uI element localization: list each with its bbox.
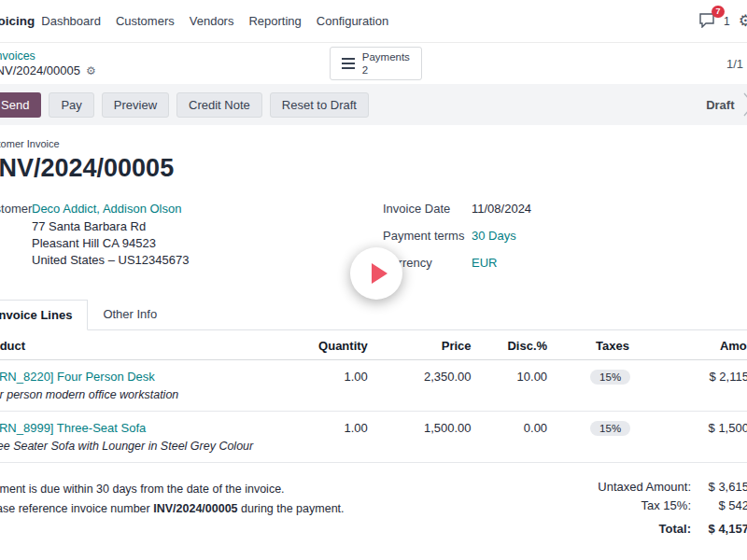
nav-item-vendors[interactable]: Vendors: [190, 14, 234, 28]
payment-terms-note: Payment is due within 30 days from the d…: [0, 480, 523, 540]
invoice-date-field: Invoice Date 11/08/2024: [383, 202, 531, 216]
untaxed-amount-row: Untaxed Amount: $ 3,615.00: [523, 480, 747, 494]
invoice-date-label: Invoice Date: [383, 202, 472, 216]
product-link[interactable]: [FURN_8220] Four Person Desk: [0, 370, 155, 384]
tax-tag[interactable]: 15%: [590, 370, 630, 385]
breadcrumb: Invoices INV/2024/00005 ⚙: [0, 49, 96, 77]
taxes-cell: 15%: [547, 412, 647, 463]
terms-invoice-ref: INV/2024/00005: [153, 502, 237, 515]
stage-chevron-icon: [742, 91, 747, 118]
nav-item-configuration[interactable]: Configuration: [317, 14, 388, 28]
control-panel: Invoices INV/2024/00005 ⚙ Payments 2 1/1: [0, 43, 747, 84]
header-price[interactable]: Price: [368, 330, 472, 360]
play-icon: [372, 263, 388, 284]
reset-to-draft-button[interactable]: Reset to Draft: [270, 92, 369, 118]
header-amount[interactable]: Amount: [647, 330, 747, 360]
customer-address: 77 Santa Barbara Rd Pleasant Hill CA 945…: [32, 218, 189, 270]
total-value: $ 4,157.25: [691, 522, 747, 536]
totals-section: Untaxed Amount: $ 3,615.00 Tax 15%: $ 54…: [523, 480, 747, 540]
table-header-row: Product Quantity Price Disc.% Taxes Amou…: [0, 330, 747, 360]
invoice-line-row[interactable]: [FURN_8999] Three-Seat Sofa Three Seater…: [0, 412, 747, 463]
product-description: Three Seater Sofa with Lounger in Steel …: [0, 440, 272, 453]
nav-item-dashboard[interactable]: Dashboard: [41, 14, 101, 28]
customer-section: Customer Deco Addict, Addison Olson 77 S…: [0, 202, 383, 283]
total-row: Total: $ 4,157.25: [523, 517, 747, 536]
payment-terms-label: Payment terms: [383, 229, 472, 243]
header-disc[interactable]: Disc.%: [472, 330, 548, 360]
tax-row: Tax 15%: $ 542.25: [523, 498, 747, 512]
navbar-systray: 7 1 ⚙: [698, 12, 747, 31]
header-quantity[interactable]: Quantity: [272, 330, 368, 360]
address-line-3: United States – US12345673: [32, 252, 189, 269]
activity-counter[interactable]: 1: [724, 15, 730, 28]
main-menu: Invoicing Dashboard Customers Vendors Re…: [0, 14, 388, 28]
total-label: Total:: [523, 522, 691, 536]
tax-value: $ 542.25: [691, 498, 747, 512]
product-link[interactable]: [FURN_8999] Three-Seat Sofa: [0, 421, 146, 435]
invoice-form-sheet: Customer Invoice INV/2024/00005 Customer…: [0, 125, 747, 560]
statusbar: Draft Posted: [706, 91, 747, 118]
payments-label: Payments: [362, 50, 410, 63]
status-stage-draft[interactable]: Draft: [706, 98, 734, 112]
header-product[interactable]: Product: [0, 330, 272, 360]
tab-invoice-lines[interactable]: Invoice Lines: [0, 300, 88, 330]
payments-smart-button-text: Payments 2: [362, 50, 410, 77]
settings-gear-icon[interactable]: ⚙: [739, 13, 747, 29]
payment-terms-value[interactable]: 30 Days: [472, 229, 516, 243]
breadcrumb-current: INV/2024/00005 ⚙: [0, 63, 96, 77]
credit-note-button[interactable]: Credit Note: [176, 92, 262, 118]
invoice-line-row[interactable]: [FURN_8220] Four Person Desk Four person…: [0, 360, 747, 412]
invoicing-app: Invoicing Dashboard Customers Vendors Re…: [0, 0, 747, 560]
product-cell: [FURN_8220] Four Person Desk Four person…: [0, 360, 272, 412]
breadcrumb-current-label: INV/2024/00005: [0, 63, 80, 77]
send-button[interactable]: Send: [0, 92, 41, 118]
terms-line-2: Please reference invoice number INV/2024…: [0, 499, 504, 519]
address-line-2: Pleasant Hill CA 94523: [32, 235, 189, 252]
header-taxes[interactable]: Taxes: [547, 330, 647, 360]
messages-icon[interactable]: 7: [698, 12, 715, 31]
customer-block: Deco Addict, Addison Olson 77 Santa Barb…: [32, 202, 189, 283]
terms-line-1: Payment is due within 30 days from the d…: [0, 480, 504, 499]
app-name-invoicing[interactable]: Invoicing: [0, 14, 35, 28]
nav-item-customers[interactable]: Customers: [116, 14, 175, 28]
amount-cell: $ 1,500.00: [647, 412, 747, 463]
customer-field-label: Customer: [0, 202, 32, 283]
address-line-1: 77 Santa Barbara Rd: [32, 218, 189, 235]
discount-cell[interactable]: 10.00: [472, 360, 548, 412]
breadcrumb-invoices[interactable]: Invoices: [0, 49, 96, 63]
document-type-label: Customer Invoice: [0, 138, 747, 149]
preview-button[interactable]: Preview: [102, 92, 169, 118]
list-icon: [342, 58, 355, 69]
currency-field: Currency EUR: [383, 256, 531, 270]
amount-cell: $ 2,115.00: [647, 360, 747, 412]
top-navbar: Invoicing Dashboard Customers Vendors Re…: [0, 0, 747, 43]
messages-badge: 7: [712, 6, 725, 18]
product-cell: [FURN_8999] Three-Seat Sofa Three Seater…: [0, 412, 272, 463]
nav-item-reporting[interactable]: Reporting: [248, 14, 301, 28]
notebook-tabs: Invoice Lines Other Info: [0, 300, 747, 330]
payment-terms-field: Payment terms 30 Days: [383, 229, 531, 243]
quantity-cell[interactable]: 1.00: [272, 412, 368, 463]
product-description: Four person modern office workstation: [0, 388, 272, 401]
tax-tag[interactable]: 15%: [590, 421, 630, 436]
video-play-button[interactable]: [350, 247, 402, 300]
invoice-footer: Payment is due within 30 days from the d…: [0, 480, 747, 540]
invoice-lines-table: Product Quantity Price Disc.% Taxes Amou…: [0, 330, 747, 463]
invoice-date-value[interactable]: 11/08/2024: [472, 202, 531, 216]
currency-value[interactable]: EUR: [472, 256, 497, 270]
taxes-cell: 15%: [547, 360, 647, 412]
action-gear-icon[interactable]: ⚙: [86, 64, 96, 77]
discount-cell[interactable]: 0.00: [472, 412, 548, 463]
pay-button[interactable]: Pay: [49, 92, 93, 118]
tax-label: Tax 15%:: [523, 498, 691, 512]
payments-count: 2: [362, 63, 410, 77]
tab-other-info[interactable]: Other Info: [88, 300, 172, 329]
record-pager[interactable]: 1/1: [726, 57, 743, 71]
price-cell[interactable]: 2,350.00: [368, 360, 472, 412]
price-cell[interactable]: 1,500.00: [368, 412, 472, 463]
payments-smart-button[interactable]: Payments 2: [330, 47, 422, 81]
quantity-cell[interactable]: 1.00: [272, 360, 368, 412]
untaxed-amount-label: Untaxed Amount:: [523, 480, 691, 494]
invoice-number-title: INV/2024/00005: [0, 154, 747, 183]
customer-link[interactable]: Deco Addict, Addison Olson: [32, 202, 181, 216]
